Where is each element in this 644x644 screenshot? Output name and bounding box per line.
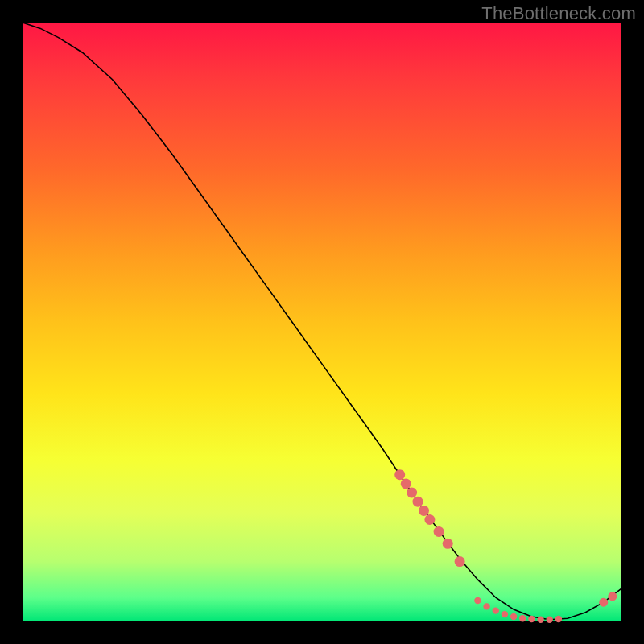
data-point [608,592,617,601]
chart-frame: TheBottleneck.com [0,0,644,644]
data-point [483,603,489,609]
data-point [510,613,517,620]
plot-svg [23,23,621,621]
data-point [394,469,405,480]
data-point [599,598,608,607]
data-point [493,607,499,613]
plot-area [23,23,621,621]
data-markers [394,469,617,623]
data-point [455,556,465,567]
data-point [537,617,543,623]
data-point [419,506,429,516]
data-point [434,526,444,537]
bottleneck-curve [23,23,621,620]
data-point [407,488,417,498]
data-point [401,478,411,489]
data-point [413,497,423,507]
data-point [443,539,453,549]
data-point [474,597,481,604]
data-point [424,514,435,525]
data-point [547,617,553,623]
data-point [502,611,508,617]
data-point [519,615,526,621]
data-point [528,616,535,622]
watermark-text: TheBottleneck.com [481,3,636,24]
data-point [555,616,562,622]
